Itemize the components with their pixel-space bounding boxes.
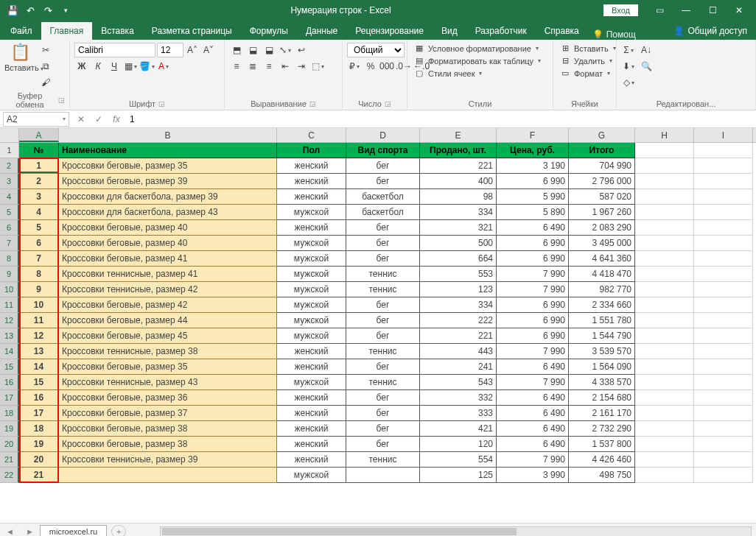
save-icon[interactable]: 💾 [6,4,19,17]
tab-developer[interactable]: Разработчик [466,22,536,40]
cell-gender[interactable]: женский [277,421,346,437]
cell[interactable] [694,236,753,251]
cell-gender[interactable]: мужской [277,313,346,328]
tab-review[interactable]: Рецензирование [346,22,433,40]
cell-gender[interactable]: женский [277,406,346,421]
cell-gender[interactable]: мужской [277,236,346,251]
cell[interactable] [635,437,694,452]
add-sheet-button[interactable]: + [111,525,126,537]
col-header-f[interactable]: F [497,128,569,142]
header-sport[interactable]: Вид спорта [346,143,420,158]
cell-num[interactable]: 6 [19,236,59,251]
col-header-a[interactable]: A [19,128,59,142]
cell-num[interactable]: 10 [19,297,59,313]
cell-styles-button[interactable]: ▢Стили ячеек [412,68,483,79]
cell-name[interactable]: Кроссовки беговые, размер 37 [59,406,277,421]
row-header[interactable]: 3 [0,174,19,189]
cell-price[interactable]: 6 490 [497,390,569,406]
share-button[interactable]: 👤Общий доступ [665,22,756,40]
cell[interactable] [694,220,753,236]
cell-name[interactable]: Кроссовки беговые, размер 36 [59,390,277,406]
cell[interactable] [694,174,753,189]
cell[interactable] [694,158,753,174]
grow-font-button[interactable]: A˄ [185,43,200,57]
cell-num[interactable]: 8 [19,267,59,282]
font-size-input[interactable] [157,43,183,57]
cell-name[interactable]: Кроссовки беговые, размер 41 [59,251,277,267]
col-header-h[interactable]: H [635,128,694,142]
cell-name[interactable]: Кроссовки для баскетбола, размер 43 [59,205,277,220]
row-header[interactable]: 1 [0,143,19,158]
cell-name[interactable]: Кроссовки беговые, размер 40 [59,236,277,251]
cell[interactable] [694,375,753,390]
cell-total[interactable]: 1 537 800 [569,437,635,452]
currency-button[interactable]: ₽ [347,59,362,74]
row-header[interactable]: 22 [0,468,19,483]
cell-name[interactable] [59,468,277,483]
cell-price[interactable]: 3 990 [497,468,569,483]
cell-price[interactable]: 6 490 [497,220,569,236]
cell-name[interactable]: Кроссовки теннисные, размер 38 [59,344,277,359]
cell-sport[interactable]: теннис [346,344,420,359]
cell-total[interactable]: 2 154 680 [569,390,635,406]
scroll-thumb[interactable] [162,528,516,535]
conditional-formatting-button[interactable]: ▦Условное форматирование [412,43,540,54]
tab-help[interactable]: Справка [536,22,588,40]
cell-total[interactable]: 2 161 170 [569,406,635,421]
cell-num[interactable]: 1 [19,158,59,174]
row-header[interactable]: 15 [0,359,19,375]
tab-page-layout[interactable]: Разметка страницы [143,22,241,40]
border-button[interactable]: ▦ [123,59,138,74]
spreadsheet-grid[interactable]: A B C D E F G H I 1 № Наименование Пол В… [0,128,756,523]
ribbon-options-icon[interactable]: ▭ [647,0,672,21]
header-sold[interactable]: Продано, шт. [420,143,497,158]
cell[interactable] [694,344,753,359]
cell[interactable] [635,251,694,267]
cell-price[interactable]: 7 990 [497,452,569,468]
cell-total[interactable]: 2 334 660 [569,297,635,313]
cell[interactable] [694,328,753,344]
cell-name[interactable]: Кроссовки беговые, размер 45 [59,328,277,344]
cell-total[interactable]: 4 418 470 [569,267,635,282]
row-header[interactable]: 6 [0,220,19,236]
cell-price[interactable]: 5 890 [497,205,569,220]
cancel-formula-icon[interactable]: ✕ [72,114,90,124]
cell-num[interactable]: 19 [19,437,59,452]
cell-num[interactable]: 21 [19,468,59,483]
cell-total[interactable]: 4 426 460 [569,452,635,468]
redo-icon[interactable]: ↷ [41,4,55,17]
cell-sport[interactable]: бег [346,328,420,344]
cell-num[interactable]: 13 [19,344,59,359]
cell[interactable] [694,282,753,297]
cell-sport[interactable]: бег [346,297,420,313]
cell[interactable] [635,174,694,189]
cell-sold[interactable]: 543 [420,375,497,390]
cell-name[interactable]: Кроссовки беговые, размер 42 [59,297,277,313]
cell-sold[interactable]: 400 [420,174,497,189]
delete-cells-button[interactable]: ⊟Удалить [558,55,614,66]
cell-name[interactable]: Кроссовки беговые, размер 35 [59,359,277,375]
fill-color-button[interactable]: 🪣 [139,59,155,74]
header-gender[interactable]: Пол [277,143,346,158]
cell[interactable] [694,421,753,437]
cell-gender[interactable]: женский [277,359,346,375]
col-header-c[interactable]: C [277,128,346,142]
cell[interactable] [635,143,694,158]
cell-gender[interactable]: мужской [277,267,346,282]
align-center-button[interactable]: ≣ [245,59,260,74]
clear-button[interactable]: ◇ [621,75,636,90]
cell-num[interactable]: 15 [19,375,59,390]
cell-sport[interactable]: бег [346,437,420,452]
row-header[interactable]: 13 [0,328,19,344]
cell-total[interactable]: 3 539 570 [569,344,635,359]
italic-button[interactable]: К [91,59,105,74]
tell-me[interactable]: 💡Помощ [592,29,636,40]
cell-sport[interactable]: баскетбол [346,189,420,205]
cell-name[interactable]: Кроссовки теннисные, размер 43 [59,375,277,390]
fx-icon[interactable]: fx [108,114,125,124]
format-painter-button[interactable]: 🖌 [38,75,53,90]
cell-name[interactable]: Кроссовки беговые, размер 39 [59,174,277,189]
cell-sold[interactable]: 443 [420,344,497,359]
cell-total[interactable]: 587 020 [569,189,635,205]
clipboard-dialog-icon[interactable]: ◲ [58,96,65,104]
